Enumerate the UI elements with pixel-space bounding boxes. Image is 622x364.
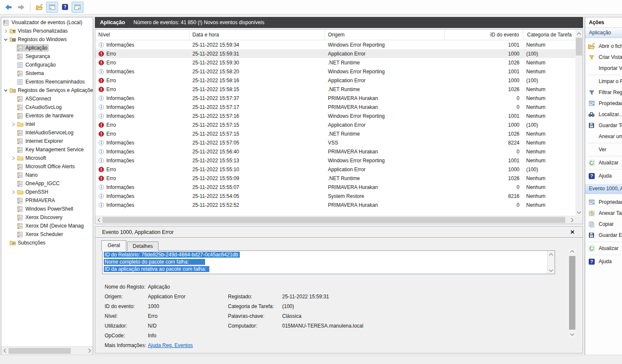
scrollbar-thumb[interactable]	[569, 256, 575, 330]
expander-icon[interactable]	[10, 155, 17, 161]
vertical-scrollbar[interactable]	[575, 30, 583, 216]
action-filtrar-registo-atual[interactable]: Filtrar Registo Atual...	[585, 87, 622, 98]
expander-icon[interactable]	[3, 28, 9, 34]
tree-item-internet-explorer[interactable]: Internet Explorer	[1, 137, 93, 145]
expander-icon[interactable]	[10, 62, 17, 68]
expander-icon[interactable]	[10, 189, 17, 195]
scrollbar-thumb[interactable]	[103, 217, 565, 223]
action-ajuda[interactable]: ?Ajuda	[585, 256, 622, 267]
expander-icon[interactable]	[10, 104, 17, 111]
event-row[interactable]: Erro25-11-2022 15:57:15Application Error…	[95, 120, 583, 129]
scroll-down-arrow[interactable]	[569, 331, 576, 338]
event-row[interactable]: Informações25-11-2022 15:58:20Windows Er…	[95, 67, 583, 76]
expander-icon[interactable]	[10, 53, 17, 60]
event-row[interactable]: Erro25-11-2022 15:59:31Application Error…	[95, 49, 583, 58]
expander-icon[interactable]	[10, 79, 17, 85]
details-scrollbar[interactable]	[569, 248, 576, 338]
tree-item-intel[interactable]: Intel	[1, 120, 93, 128]
action-criar-vista-personalizada[interactable]: Criar Vista Personalizada...	[585, 52, 622, 63]
expander-icon[interactable]	[10, 231, 17, 238]
scroll-left-arrow[interactable]	[95, 217, 103, 224]
action-propriedades-do-evento[interactable]: Propriedades do Evento	[585, 197, 622, 208]
tree-item-subscri-es[interactable]: Subscrições	[1, 239, 93, 247]
tree-item-vistas-personalizadas[interactable]: Vistas Personalizadas	[1, 27, 93, 35]
event-row[interactable]: Erro25-11-2022 15:55:09.NET Runtime1026N…	[95, 174, 583, 183]
tree-item-cxaudiosvclog[interactable]: CxAudioSvcLog	[1, 103, 93, 111]
event-row[interactable]: Informações25-11-2022 15:57:37PRIMAVERA …	[95, 94, 583, 103]
event-row[interactable]: Informações25-11-2022 15:59:34Windows Er…	[95, 40, 583, 49]
event-description-box[interactable]: ID do Relatório: 76de825b-249d-4664-bd27…	[102, 250, 555, 274]
tree-item-visualizador-de-eventos-local[interactable]: Visualizador de eventos (Local)	[1, 18, 93, 27]
expander-icon[interactable]	[10, 45, 17, 51]
tree-item-xerox-discovery[interactable]: Xerox Discovery	[1, 213, 93, 222]
expander-icon[interactable]	[3, 240, 9, 246]
expander-icon[interactable]	[10, 181, 17, 187]
tree-item-sistema[interactable]: Sistema	[1, 69, 93, 78]
tree-item-key-management-service[interactable]: Key Management Service	[1, 145, 93, 154]
action-limpar-o-registo[interactable]: Limpar o Registo...	[585, 76, 622, 87]
scroll-down-arrow[interactable]	[547, 267, 555, 274]
expander-icon[interactable]	[3, 87, 9, 94]
tree-horizontal-scrollbar[interactable]	[1, 346, 93, 355]
tree-item-xerox-scheduler[interactable]: Xerox Scheduler	[1, 230, 93, 239]
event-row[interactable]: Erro25-11-2022 15:55:10Application Error…	[95, 165, 583, 174]
event-row[interactable]: Informações25-11-2022 15:57:16Windows Er…	[95, 111, 583, 120]
expander-icon[interactable]	[10, 70, 17, 77]
expander-icon[interactable]	[10, 147, 17, 153]
scroll-down-arrow[interactable]	[575, 208, 583, 216]
action-localizar[interactable]: Localizar...	[585, 109, 622, 120]
action-ajuda[interactable]: ?Ajuda	[585, 170, 622, 181]
event-row[interactable]: Informações25-11-2022 15:55:07PRIMAVERA …	[95, 183, 583, 192]
console-tree-toggle-button[interactable]	[46, 2, 58, 13]
tree-item-seguran-a[interactable]: Segurança	[1, 52, 93, 61]
tree-item-eventos-reencaminhados[interactable]: Eventos Reencaminhados	[1, 78, 93, 86]
event-row[interactable]: Informações25-11-2022 15:55:13Windows Er…	[95, 156, 583, 165]
action-anexar-tarefa-a-este-evento[interactable]: Anexar Tarefa a Este Evento...	[585, 208, 622, 219]
tree-item-asconnect[interactable]: ASConnect	[1, 94, 93, 103]
action-anexar-uma-tarefa-a-este-registo[interactable]: Anexar uma Tarefa a Este Registo...	[585, 131, 622, 142]
tree-item-microsoft[interactable]: Microsoft	[1, 154, 93, 162]
scroll-left-arrow[interactable]	[1, 347, 8, 354]
scroll-right-arrow[interactable]	[86, 347, 93, 354]
expander-icon[interactable]	[10, 121, 17, 128]
action-atualizar[interactable]: Atualizar	[585, 243, 622, 254]
column-header-n-vel[interactable]: Nível	[95, 30, 189, 40]
tree-item-aplica-o[interactable]: Aplicação	[1, 44, 93, 52]
back-button[interactable]	[3, 2, 14, 13]
action-abrir-o-ficheiro-guardado[interactable]: Abrir o ficheiro guardado...	[585, 41, 622, 52]
actions-section-evento-1000-application-error[interactable]: Evento 1000, Application Error	[585, 184, 622, 194]
column-header-origem[interactable]: Origem	[325, 30, 445, 40]
scrollbar-thumb[interactable]	[576, 38, 582, 56]
event-row[interactable]: Erro25-11-2022 15:58:16Application Error…	[95, 76, 583, 85]
action-importar-vista-personalizada[interactable]: Importar Vista Personalizada...	[585, 63, 622, 74]
action-propriedades[interactable]: Propriedades	[585, 98, 622, 109]
event-row[interactable]: Informações25-11-2022 15:56:40PRIMAVERA …	[95, 147, 583, 156]
tab-geral[interactable]: Geral	[101, 240, 126, 251]
help-button[interactable]: ?	[59, 2, 71, 13]
scroll-up-arrow[interactable]	[575, 30, 583, 37]
expander-icon[interactable]	[10, 172, 17, 178]
column-header-id-do-evento[interactable]: ID do evento	[445, 30, 523, 40]
event-row[interactable]: Informações25-11-2022 15:54:05System Res…	[95, 192, 583, 200]
tree-item-registos-de-servi-os-e-aplica-es[interactable]: Registos de Serviços e Aplicações	[1, 86, 93, 94]
expander-icon[interactable]	[10, 214, 17, 221]
tab-detalhes[interactable]: Detalhes	[127, 242, 158, 251]
scrollbar-thumb[interactable]	[8, 348, 71, 354]
tree-item-microsoft-office-alerts[interactable]: Microsoft Office Alerts	[1, 162, 93, 171]
horizontal-scrollbar[interactable]	[95, 216, 575, 224]
column-header-categoria-de-tarefa[interactable]: Categoria de Tarefa	[523, 30, 576, 40]
expander-icon[interactable]	[3, 36, 9, 43]
expander-icon[interactable]	[10, 223, 17, 229]
action-copiar[interactable]: Copiar	[585, 219, 622, 230]
tree-item-eventos-de-hardware[interactable]: Eventos de hardware	[1, 111, 93, 120]
close-icon[interactable]: ×	[568, 228, 577, 236]
action-pane-toggle-button[interactable]	[72, 2, 83, 13]
tree-item-primavera[interactable]: PRIMAVERA	[1, 196, 93, 205]
event-row[interactable]: Erro25-11-2022 15:59:30.NET Runtime1026N…	[95, 58, 583, 67]
tree-item-oneapp-igcc[interactable]: OneApp_IGCC	[1, 179, 93, 188]
column-header-data-e-hora[interactable]: Data e hora	[189, 30, 325, 40]
description-scrollbar[interactable]	[547, 251, 555, 274]
event-row[interactable]: Erro25-11-2022 15:57:15.NET Runtime1026N…	[95, 129, 583, 138]
tree-item-intelaudioservicelog[interactable]: IntelAudioServiceLog	[1, 128, 93, 137]
tree-item-openssh[interactable]: OpenSSH	[1, 188, 93, 196]
